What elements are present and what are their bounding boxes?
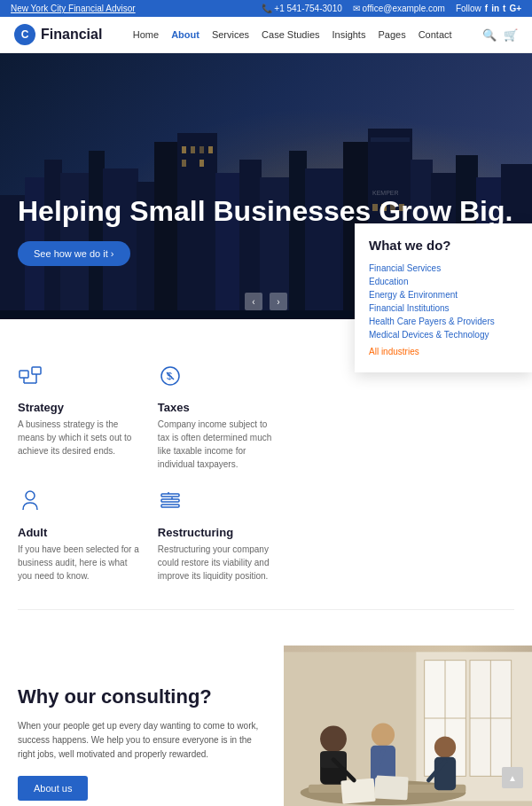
hero-heading: Helping Small Businesses Grow Big.	[18, 196, 512, 227]
svg-point-59	[320, 725, 347, 752]
svg-rect-15	[182, 160, 186, 167]
nav-home[interactable]: Home	[133, 29, 159, 40]
svg-rect-44	[161, 494, 179, 497]
svg-rect-13	[200, 146, 204, 153]
contact-info: 📞 +1 541-754-3010 ✉ office@example.com F…	[262, 4, 521, 13]
svg-rect-36	[20, 371, 28, 378]
industry-item-4[interactable]: Financial Institutions	[369, 301, 518, 315]
industry-item-5[interactable]: Health Care Payers & Providers	[369, 315, 518, 328]
nav-about[interactable]: About	[171, 29, 200, 40]
service-taxes-title: Taxes	[158, 401, 280, 414]
hero-wrapper: KEMPER Helping Small Businesses Grow Big…	[0, 53, 532, 319]
svg-point-62	[372, 724, 395, 747]
industry-item-1[interactable]: Financial Services	[369, 262, 518, 275]
strategy-icon	[18, 364, 140, 394]
logo-text: Financial	[41, 27, 102, 43]
social-gplus[interactable]: G+	[509, 4, 521, 13]
service-adult: Adult If you have been selected for a bu…	[18, 489, 140, 583]
service-restructuring-desc: Restructuring your company could restore…	[158, 543, 280, 583]
all-industries-link[interactable]: All industries	[369, 345, 518, 358]
scroll-to-top-button[interactable]: ▲	[502, 767, 523, 788]
logo[interactable]: C Financial	[14, 24, 102, 45]
service-taxes: $ Taxes Company income subject to tax is…	[158, 364, 280, 471]
svg-point-43	[26, 491, 35, 500]
svg-rect-16	[200, 160, 204, 167]
industry-item-3[interactable]: Energy & Environment	[369, 288, 518, 301]
search-icon[interactable]: 🔍	[482, 28, 497, 42]
nav-insights[interactable]: Insights	[332, 29, 366, 40]
location-link[interactable]: New York City Financial Advisor	[11, 4, 136, 13]
svg-point-64	[434, 737, 456, 758]
consulting-section: Why our consulting? When your people get…	[0, 610, 532, 806]
hero-nav: ‹ ›	[245, 293, 287, 310]
nav-case-studies[interactable]: Case Studies	[262, 29, 319, 40]
social-twitter[interactable]: t	[503, 4, 505, 13]
taxes-icon: $	[158, 364, 280, 394]
svg-rect-46	[161, 505, 179, 507]
svg-rect-67	[374, 775, 409, 800]
social-linkedin[interactable]: in	[491, 4, 499, 13]
what-we-do-list: Financial Services Education Energy & En…	[369, 262, 518, 358]
svg-rect-66	[340, 778, 375, 803]
svg-rect-11	[182, 146, 186, 153]
what-we-do-card: What we do? Financial Services Education…	[355, 223, 532, 372]
svg-rect-45	[161, 499, 179, 502]
office-meeting-svg	[284, 646, 532, 806]
hero-prev-button[interactable]: ‹	[245, 293, 262, 310]
navbar: C Financial Home About Services Case Stu…	[0, 17, 532, 53]
consulting-heading: Why our consulting?	[18, 685, 266, 708]
svg-rect-37	[32, 367, 41, 374]
svg-rect-12	[191, 146, 195, 153]
service-taxes-desc: Company income subject to tax is often d…	[158, 418, 280, 471]
service-restructuring: Restructuring Restructuring your company…	[158, 489, 280, 583]
hero-next-button[interactable]: ›	[270, 293, 287, 310]
nav-services[interactable]: Services	[212, 29, 249, 40]
industry-item-2[interactable]: Education	[369, 275, 518, 288]
nav-icons: 🔍 🛒	[482, 28, 518, 42]
phone-info: 📞 +1 541-754-3010	[262, 4, 342, 13]
svg-rect-24	[371, 137, 410, 142]
service-strategy-desc: A business strategy is the means by whic…	[18, 418, 140, 458]
services-section: Strategy A business strategy is the mean…	[0, 319, 298, 609]
about-us-button[interactable]: About us	[18, 776, 88, 801]
hero-cta-button[interactable]: See how we do it ›	[18, 241, 130, 266]
what-we-do-heading: What we do?	[369, 238, 518, 253]
restructuring-icon	[158, 489, 280, 519]
adult-icon	[18, 489, 140, 519]
nav-pages[interactable]: Pages	[378, 29, 405, 40]
nav-links: Home About Services Case Studies Insight…	[133, 29, 452, 40]
social-facebook[interactable]: f	[485, 4, 488, 13]
service-restructuring-title: Restructuring	[158, 526, 280, 539]
social-follow: Follow f in t G+	[456, 4, 521, 13]
logo-icon: C	[14, 24, 35, 45]
top-bar: New York City Financial Advisor 📞 +1 541…	[0, 0, 532, 17]
service-strategy-title: Strategy	[18, 401, 140, 414]
nav-contact[interactable]: Contact	[419, 29, 452, 40]
consulting-image	[284, 646, 532, 806]
consulting-text: Why our consulting? When your people get…	[0, 668, 284, 806]
service-adult-desc: If you have been selected for a business…	[18, 543, 140, 583]
email-info: ✉ office@example.com	[353, 4, 445, 13]
consulting-desc: When your people get up every day wantin…	[18, 719, 266, 762]
service-adult-title: Adult	[18, 526, 140, 539]
svg-rect-14	[208, 146, 213, 153]
cart-icon[interactable]: 🛒	[504, 28, 518, 42]
service-strategy: Strategy A business strategy is the mean…	[18, 364, 140, 471]
industry-item-6[interactable]: Medical Devices & Technology	[369, 328, 518, 341]
